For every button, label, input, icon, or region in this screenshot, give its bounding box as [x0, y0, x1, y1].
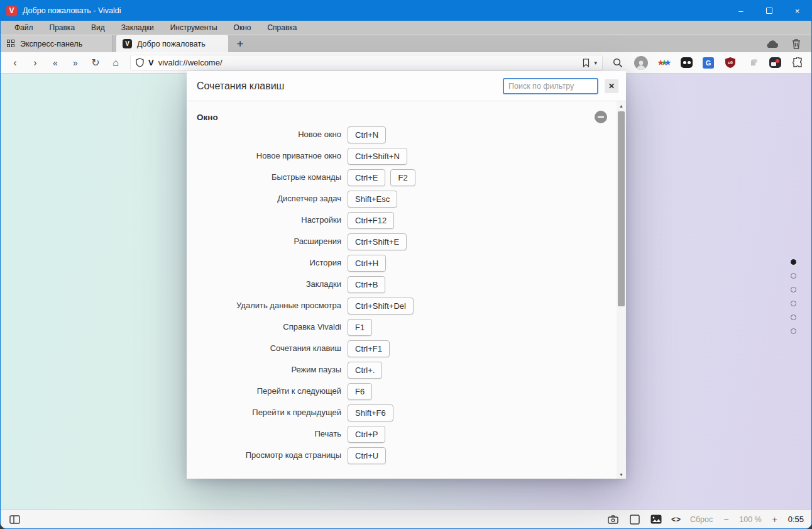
step-dot-1[interactable] [791, 273, 796, 279]
panel-toggle-icon[interactable] [8, 513, 21, 526]
key-badge[interactable]: Ctrl+E [348, 169, 385, 186]
tab-welcome-active[interactable]: V Добро пожаловать [116, 35, 228, 52]
key-badge[interactable]: Ctrl+U [348, 447, 386, 464]
scrollbar-thumb[interactable] [618, 111, 625, 306]
search-icon[interactable] [612, 57, 624, 69]
dialog-body: Окно Новое окноCtrl+NНовое приватное окн… [187, 101, 626, 479]
shortcut-label: Удалить данные просмотра [187, 301, 341, 311]
key-badge[interactable]: Ctrl+Shift+N [348, 148, 407, 165]
shortcut-row: ЗакладкиCtrl+B [187, 274, 626, 295]
shortcut-keys: Ctrl+B [348, 276, 385, 293]
extensions-puzzle-icon[interactable] [791, 57, 804, 69]
shortcut-label: Справка Vivaldi [187, 323, 341, 332]
menu-item-1[interactable]: Правка [42, 22, 83, 33]
key-badge[interactable]: F1 [348, 319, 372, 336]
shortcut-row: Перейти к предыдущейShift+F6 [187, 402, 626, 423]
shortcut-keys: Ctrl+F1 [348, 340, 390, 357]
scrollbar-track[interactable] [617, 110, 626, 470]
dark-reader-extension-icon[interactable] [681, 57, 693, 68]
bookmark-dropdown-caret-icon[interactable]: ▾ [594, 60, 597, 66]
address-bar: ‹ › « » ↻ ⌂ V vivaldi://welcome/ ▾ ★★★ [1, 52, 811, 74]
trash-icon[interactable] [790, 38, 803, 50]
zoom-reset-button[interactable]: Сброс [690, 515, 713, 524]
key-badge[interactable]: Ctrl+F12 [348, 212, 394, 229]
shortcut-keys: Ctrl+U [348, 447, 386, 464]
profile-avatar[interactable] [634, 56, 648, 70]
key-badge[interactable]: Ctrl+. [348, 362, 382, 379]
stars-extension-icon[interactable]: ★★★ [658, 57, 671, 69]
key-badge[interactable]: Ctrl+N [348, 126, 386, 143]
bookmark-icon[interactable] [583, 58, 590, 67]
key-badge[interactable]: Ctrl+B [348, 276, 385, 293]
page-actions-image-icon[interactable] [650, 513, 662, 526]
home-button[interactable]: ⌂ [106, 55, 125, 71]
zoom-in-button[interactable]: + [771, 515, 779, 525]
menu-item-2[interactable]: Вид [84, 22, 112, 33]
shortcut-label: Просмотр кода страницы [187, 451, 341, 460]
menu-item-3[interactable]: Закладки [114, 22, 162, 33]
vivaldi-scheme-icon: V [148, 58, 154, 67]
section-title: Окно [197, 113, 218, 122]
step-dot-4[interactable] [791, 315, 796, 320]
back-button[interactable]: ‹ [6, 55, 25, 71]
shortcut-row: Просмотр кода страницыCtrl+U [187, 445, 626, 466]
tiling-layout-icon[interactable] [628, 513, 641, 526]
key-badge[interactable]: Ctrl+Shift+Del [348, 298, 414, 315]
tab-welcome-label: Добро пожаловать [137, 40, 206, 48]
zoom-out-button[interactable]: − [721, 515, 730, 525]
menu-item-4[interactable]: Инструменты [163, 22, 225, 33]
speed-dial-grid-icon [7, 40, 15, 48]
fast-forward-button[interactable]: » [66, 55, 85, 71]
step-dot-3[interactable] [791, 301, 796, 306]
key-badge[interactable]: Shift+F6 [348, 404, 393, 421]
menu-item-6[interactable]: Справка [260, 22, 304, 33]
shortcut-label: Новое окно [187, 130, 341, 140]
media-capture-extension-icon[interactable] [769, 57, 781, 68]
dialog-close-button[interactable]: ✕ [605, 79, 618, 93]
shortcut-row: Новое окноCtrl+N [187, 124, 626, 145]
key-badge[interactable]: Ctrl+Shift+E [348, 233, 407, 250]
google-translate-extension-icon[interactable]: G [703, 57, 714, 69]
key-badge[interactable]: F6 [348, 383, 372, 400]
ublock-shield-extension-icon[interactable]: u0 [724, 57, 737, 69]
key-badge[interactable]: Ctrl+P [348, 426, 385, 443]
toolbar-extensions: ★★★ G u0 [608, 56, 806, 70]
menu-item-5[interactable]: Окно [226, 22, 259, 33]
key-badge[interactable]: Ctrl+H [348, 255, 386, 272]
title-bar: V Добро пожаловать - Vivaldi – × [1, 1, 811, 21]
scroll-down-icon[interactable]: ▼ [619, 470, 623, 479]
rewind-button[interactable]: « [46, 55, 65, 71]
dialog-title: Сочетания клавиш [197, 81, 284, 92]
scroll-up-icon[interactable]: ▲ [619, 101, 623, 110]
shortcut-keys: Ctrl+N [348, 126, 386, 143]
filter-search-input[interactable] [503, 78, 598, 94]
keyboard-shortcuts-dialog: Сочетания клавиш ✕ Окно Новое окноCtrl+N… [187, 71, 626, 479]
collapse-section-button[interactable] [595, 111, 607, 123]
forward-button[interactable]: › [26, 55, 45, 71]
shortcut-row: Новое приватное окноCtrl+Shift+N [187, 145, 626, 167]
step-dot-5[interactable] [791, 328, 796, 334]
disabled-extension-icon[interactable] [747, 57, 759, 69]
site-shield-icon[interactable] [136, 58, 144, 67]
maximize-button[interactable] [755, 1, 783, 21]
url-field[interactable]: V vivaldi://welcome/ ▾ [130, 55, 603, 71]
step-dot-2[interactable] [791, 287, 796, 292]
new-tab-button[interactable]: + [228, 35, 252, 52]
close-button[interactable]: × [783, 1, 811, 21]
key-badge[interactable]: Shift+Esc [348, 191, 397, 208]
sync-cloud-icon[interactable] [766, 38, 779, 50]
key-badge[interactable]: F2 [390, 169, 415, 186]
shortcut-row: НастройкиCtrl+F12 [187, 209, 626, 231]
reload-button[interactable]: ↻ [86, 55, 105, 71]
shortcut-row: Быстрые командыCtrl+EF2 [187, 167, 626, 188]
page-source-code-icon[interactable]: <> [671, 515, 681, 524]
minimize-button[interactable]: – [727, 1, 755, 21]
key-badge[interactable]: Ctrl+F1 [348, 340, 390, 357]
capture-camera-icon[interactable] [607, 513, 620, 526]
tab-speed-dial[interactable]: Экспресс-панель [1, 35, 112, 52]
menu-item-0[interactable]: Файл [7, 22, 41, 33]
dialog-scrollbar[interactable]: ▲ ▼ [617, 101, 626, 479]
step-dot-0[interactable] [791, 259, 796, 265]
status-right-cluster: <> Сброс − 100 % + 0:55 [607, 513, 804, 526]
welcome-step-dots[interactable] [791, 259, 796, 334]
